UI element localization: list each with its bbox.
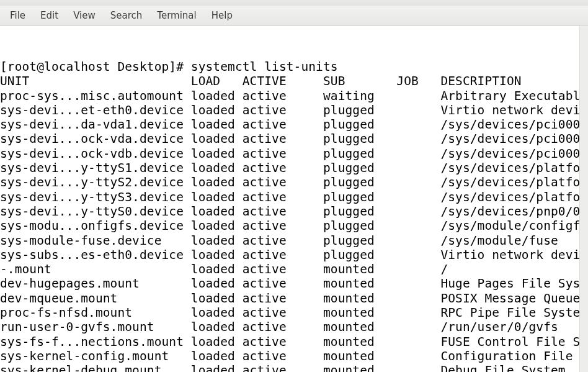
list-row: sys-subs...es-eth0.device loaded active … [0,248,588,262]
list-row: run-user-0-gvfs.mount loaded active moun… [0,320,588,334]
list-row: sys-kernel-config.mount loaded active mo… [0,349,588,363]
terminal-scrollbar[interactable] [579,26,588,372]
list-row: sys-devi...y-ttyS0.device loaded active … [0,204,588,219]
menubar: File Edit View Search Terminal Help [0,6,588,26]
menu-edit[interactable]: Edit [34,7,65,24]
terminal-window: File Edit View Search Terminal Help [roo… [0,0,588,372]
menu-search[interactable]: Search [104,7,149,24]
list-row: sys-devi...ock-vda.device loaded active … [0,132,588,146]
terminal-viewport[interactable]: [root@localhost Desktop]# systemctl list… [0,26,588,372]
list-row: sys-fs-f...nections.mount loaded active … [0,335,588,349]
list-row: sys-devi...et-eth0.device loaded active … [0,103,588,117]
menu-terminal[interactable]: Terminal [151,7,202,24]
menu-file[interactable]: File [4,7,32,24]
list-row: sys-modu...onfigfs.device loaded active … [0,219,588,233]
list-row: proc-sys...misc.automount loaded active … [0,89,588,103]
list-row: -.mount loaded active mounted / [0,262,588,276]
list-row: sys-module-fuse.device loaded active plu… [0,234,588,248]
list-row: sys-devi...y-ttyS3.device loaded active … [0,190,588,204]
list-row: sys-devi...ock-vdb.device loaded active … [0,147,588,161]
list-row: dev-mqueue.mount loaded active mounted P… [0,291,588,306]
terminal-prompt-line[interactable]: [root@localhost Desktop]# systemctl list… [0,60,588,74]
list-row: sys-devi...y-ttyS2.device loaded active … [0,175,588,189]
list-row: dev-hugepages.mount loaded active mounte… [0,276,588,291]
menu-help[interactable]: Help [205,7,239,24]
list-row: sys-devi...da-vda1.device loaded active … [0,117,588,132]
titlebar-strip [0,0,588,6]
list-row: sys-kernel-debug.mount loaded active mou… [0,363,588,372]
list-row: proc-fs-nfsd.mount loaded active mounted… [0,306,588,320]
terminal-output[interactable]: [root@localhost Desktop]# systemctl list… [0,26,588,372]
list-row: sys-devi...y-ttyS1.device loaded active … [0,161,588,175]
list-header: UNIT LOAD ACTIVE SUB JOB DESCRIPTION [0,74,588,88]
menu-view[interactable]: View [67,7,102,24]
